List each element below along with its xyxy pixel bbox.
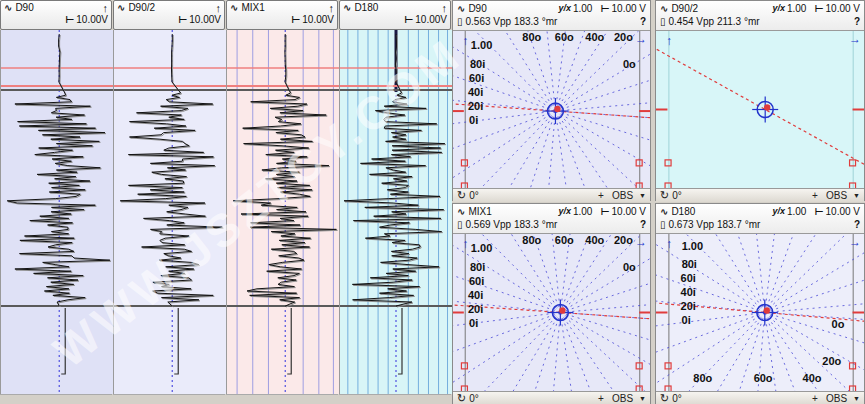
add-button[interactable]: +: [598, 190, 604, 201]
add-button[interactable]: +: [812, 190, 818, 201]
rotate-icon[interactable]: ↻: [660, 392, 669, 404]
polar-panel-header[interactable]: ∿ D90/2 y/x 1.00 ⊢ 10.00 V ▯ 0.454 Vpp 2…: [656, 1, 864, 31]
polar-axis-label: 40i: [681, 286, 696, 298]
waveform-icon: ∿: [230, 2, 238, 14]
wave-panel-header[interactable]: ∿ D90/2 ↑ ⊢ 10.00V: [113, 0, 225, 30]
polar-axis-label: 0o: [623, 58, 636, 70]
wave-panel-header[interactable]: ∿ MIX1 ↑ ⊢ 10.00V: [226, 0, 338, 30]
polar-plot-area[interactable]: 1.0080i60i40i20i0i80o60o40o20o0o↑→: [453, 234, 650, 391]
wave-panel-d180: ∿ D180 ↑ ⊢ 10.00V: [339, 0, 451, 404]
dropdown-arrow-icon[interactable]: ▼: [853, 395, 860, 402]
wave-panel-title: D90: [15, 2, 33, 14]
axis-right-arrow-icon: →: [635, 32, 647, 46]
wave-plot-area[interactable]: [0, 30, 112, 394]
rotate-icon[interactable]: ↻: [457, 189, 466, 202]
range-icon: ⊢: [65, 14, 74, 26]
polar-footer: ↻ 0° + OBS ▼: [656, 188, 864, 202]
scroll-up-icon[interactable]: ↑: [216, 2, 222, 14]
polar-axis-label: 60o: [555, 234, 574, 246]
polar-footer: ↻ 0° + OBS ▼: [453, 391, 650, 404]
waveform-section: ∿ D90 ↑ ⊢ 10.00V ∿ D90/2 ↑: [0, 0, 452, 404]
polar-axis-label: 0o: [623, 261, 636, 273]
dropdown-arrow-icon[interactable]: ▼: [853, 192, 860, 199]
measurement-reading: 0.673 Vpp 183.7 °mr: [669, 218, 761, 231]
yx-ratio-icon: y/x: [772, 205, 785, 218]
wave-plot-area[interactable]: [339, 30, 451, 394]
waveform-icon: ∿: [4, 2, 12, 14]
axis-up-arrow-icon: ↑: [462, 34, 468, 48]
app-window: ∿ D90 ↑ ⊢ 10.00V ∿ D90/2 ↑: [0, 0, 865, 404]
rotation-value: 0°: [469, 190, 479, 201]
panel-bottom-strip: [339, 394, 451, 404]
wave-panel-header[interactable]: ∿ D180 ↑ ⊢ 10.00V: [339, 0, 451, 30]
measurement-reading: 0.454 Vpp 211.3 °mr: [669, 15, 760, 28]
help-button[interactable]: ?: [640, 218, 646, 231]
polar-axis-label: 20o: [614, 234, 633, 246]
probe-icon: ▯: [457, 15, 463, 28]
polar-plot-area[interactable]: 1.0080i60i40i20i0i80o60o40o0o20o↑→: [656, 234, 864, 391]
polar-axis-label: 60i: [681, 272, 696, 284]
add-button[interactable]: +: [598, 393, 604, 404]
voltage-range: 10.00 V: [826, 205, 860, 218]
obs-button[interactable]: OBS: [826, 190, 847, 201]
range-icon: ⊢: [814, 205, 823, 218]
obs-button[interactable]: OBS: [612, 393, 633, 404]
polar-footer: ↻ 0° + OBS ▼: [656, 391, 864, 404]
polar-axis-label: 40o: [585, 31, 604, 43]
polar-plot-area[interactable]: 1.0080i60i40i20i0i80o60o40o20o0o↑→: [453, 31, 650, 188]
waveform-icon: ∿: [457, 205, 465, 218]
rotation-value: 0°: [469, 393, 479, 404]
polar-axis-label: 0i: [469, 317, 478, 329]
yx-ratio-icon: y/x: [772, 2, 785, 15]
polar-section: ∿ D90 y/x 1.00 ⊢ 10.00 V ▯ 0.563 Vpp 183…: [452, 0, 865, 404]
help-button[interactable]: ?: [854, 15, 860, 28]
polar-axis-label: 40i: [468, 289, 483, 301]
add-button[interactable]: +: [812, 393, 818, 404]
polar-axis-label: 20i: [468, 303, 483, 315]
yx-ratio-icon: y/x: [558, 205, 571, 218]
polar-axis-label: 60o: [555, 31, 574, 43]
probe-icon: ▯: [660, 218, 666, 231]
axis-up-arrow-icon: ↑: [462, 237, 468, 251]
wave-plot-area[interactable]: [226, 30, 338, 394]
polar-panel-header[interactable]: ∿ D180 y/x 1.00 ⊢ 10.00 V ▯ 0.673 Vpp 18…: [656, 204, 864, 234]
waveform-icon: ∿: [660, 205, 668, 218]
wave-panel-title: MIX1: [241, 2, 264, 14]
help-button[interactable]: ?: [854, 218, 860, 231]
rotate-icon[interactable]: ↻: [660, 189, 669, 202]
polar-panel-title: D90/2: [671, 2, 698, 15]
wave-panel-title: D180: [354, 2, 378, 14]
help-button[interactable]: ?: [640, 15, 646, 28]
obs-button[interactable]: OBS: [612, 190, 633, 201]
scroll-up-icon[interactable]: ↑: [329, 2, 335, 14]
wave-panel-header[interactable]: ∿ D90 ↑ ⊢ 10.00V: [0, 0, 112, 30]
rotate-icon[interactable]: ↻: [457, 392, 466, 404]
dropdown-arrow-icon[interactable]: ▼: [639, 192, 646, 199]
range-icon: ⊢: [404, 14, 413, 26]
range-icon: ⊢: [814, 2, 823, 15]
polar-panel-d180: ∿ D180 y/x 1.00 ⊢ 10.00 V ▯ 0.673 Vpp 18…: [655, 203, 865, 404]
polar-plot-area[interactable]: ↑→: [656, 31, 864, 188]
waveform-icon: ∿: [457, 2, 465, 15]
waveform-icon: ∿: [660, 2, 668, 15]
polar-footer: ↻ 0° + OBS ▼: [453, 188, 650, 202]
yx-ratio-value: 1.00: [787, 2, 806, 15]
polar-panel-header[interactable]: ∿ MIX1 y/x 1.00 ⊢ 10.00 V ▯ 0.569 Vpp 18…: [453, 204, 650, 234]
dropdown-arrow-icon[interactable]: ▼: [639, 395, 646, 402]
polar-axis-label: 80i: [470, 58, 485, 70]
yx-ratio-value: 1.00: [787, 205, 806, 218]
scroll-up-icon[interactable]: ↑: [442, 2, 448, 14]
voltage-range: 10.00V: [189, 14, 221, 26]
polar-axis-label: 40i: [468, 86, 483, 98]
obs-button[interactable]: OBS: [826, 393, 847, 404]
wave-plot-area[interactable]: [113, 30, 225, 394]
polar-axis-label: 1.00: [682, 240, 703, 252]
scroll-up-icon[interactable]: ↑: [103, 2, 109, 14]
voltage-range: 10.00 V: [826, 2, 860, 15]
polar-axis-label: 80i: [470, 261, 485, 273]
polar-panel-header[interactable]: ∿ D90 y/x 1.00 ⊢ 10.00 V ▯ 0.563 Vpp 183…: [453, 1, 650, 31]
waveform-icon: ∿: [117, 2, 125, 14]
polar-axis-label: 0o: [832, 318, 845, 330]
voltage-range: 10.00V: [76, 14, 108, 26]
axis-up-arrow-icon: ↑: [666, 237, 672, 251]
